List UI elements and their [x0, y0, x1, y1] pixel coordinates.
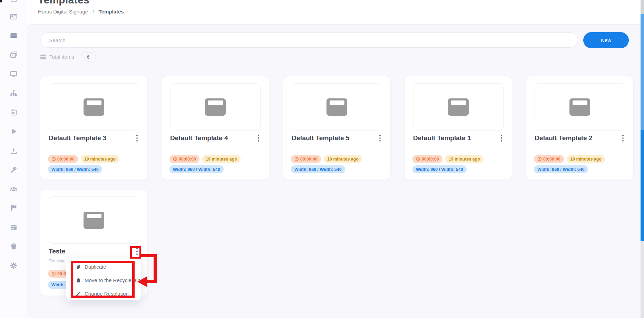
scrollbar-upper[interactable]: [641, 14, 644, 130]
duplicate-icon: [76, 264, 81, 270]
sitemap-icon[interactable]: [8, 87, 19, 98]
clock-icon: [51, 271, 56, 276]
more-options-button[interactable]: [377, 134, 383, 143]
scrollbar-track-top: [641, 0, 644, 14]
template-title[interactable]: Teste: [49, 248, 65, 255]
menu-item-change-resolution[interactable]: Change Resolution: [66, 287, 141, 300]
breadcrumb-root[interactable]: Horus Digital Signage: [38, 9, 88, 15]
template-card: Default Template 4 00:00:00 19 minutes a…: [162, 76, 269, 180]
resolution-badge: Width: 960 / Width: 540: [291, 165, 345, 173]
template-card: Default Template 3 00:00:00 19 minutes a…: [40, 76, 148, 180]
modified-badge: 19 minutes ago: [567, 155, 605, 163]
recycle-bin-icon[interactable]: [8, 241, 19, 252]
template-placeholder-icon: [448, 98, 469, 116]
duration-badge: 00:00:00: [291, 155, 321, 163]
template-thumbnail[interactable]: [413, 83, 504, 131]
resolution-badge: Width: 960 / Width: 540: [412, 165, 467, 173]
cut-off-logo: [0, 0, 2, 2]
menu-item-recycle-bin[interactable]: Move to the Recycle Bin: [66, 273, 141, 287]
total-items-count: 6: [81, 52, 96, 61]
duration-badge: 00:00:00: [412, 155, 442, 163]
template-placeholder-icon: [326, 98, 347, 116]
template-card: Default Template 2 00:00:00 19 minutes a…: [526, 76, 634, 180]
new-button[interactable]: New: [583, 32, 629, 48]
scrollbar[interactable]: [641, 0, 644, 318]
more-options-button[interactable]: [134, 134, 140, 143]
modified-badge: 19 minutes ago: [81, 155, 119, 163]
total-items-label: Total items: [49, 54, 74, 60]
page-title: Templates: [38, 0, 89, 6]
clock-icon: [537, 157, 542, 161]
trash-icon: [76, 278, 81, 283]
media-gallery-icon[interactable]: [8, 49, 19, 60]
breadcrumb: Horus Digital Signage / Templates: [38, 9, 124, 15]
modified-badge: 19 minutes ago: [324, 155, 362, 163]
templates-icon[interactable]: [8, 30, 19, 41]
breadcrumb-current: Templates: [99, 9, 124, 15]
template-placeholder-icon: [84, 212, 104, 229]
menu-item-duplicate[interactable]: Duplicate: [66, 260, 141, 273]
calendar-icon[interactable]: [8, 107, 19, 118]
template-type-label: Template: [49, 259, 66, 263]
more-options-button[interactable]: [499, 134, 504, 143]
more-options-button[interactable]: [620, 134, 626, 143]
template-thumbnail[interactable]: [49, 196, 139, 244]
flag-icon[interactable]: [8, 202, 19, 213]
pencil-icon: [76, 291, 81, 297]
card-icon[interactable]: [8, 222, 19, 233]
context-menu: Duplicate Move to the Recycle Bin Change…: [66, 258, 141, 300]
screens-icon[interactable]: [8, 68, 19, 79]
page-header: Templates Horus Digital Signage / Templa…: [27, 0, 641, 25]
news-icon[interactable]: [8, 11, 19, 22]
template-thumbnail[interactable]: [535, 83, 625, 131]
clock-icon: [416, 157, 420, 161]
template-title[interactable]: Default Template 1: [413, 134, 471, 142]
total-items-icon: [40, 55, 46, 59]
template-card: Default Template 1 00:00:00 19 minutes a…: [404, 76, 512, 180]
template-thumbnail[interactable]: [49, 83, 139, 131]
more-options-button[interactable]: [256, 134, 261, 143]
template-title[interactable]: Default Template 5: [292, 134, 350, 142]
template-placeholder-icon: [205, 98, 226, 116]
scrollbar-thumb[interactable]: [641, 130, 644, 241]
clock-icon: [294, 157, 299, 161]
template-placeholder-icon: [84, 98, 104, 116]
resolution-badge: Width: 960 / Width: 540: [169, 165, 224, 173]
modified-badge: 19 minutes ago: [202, 155, 241, 163]
template-title[interactable]: Default Template 3: [49, 134, 107, 142]
clock-icon: [51, 157, 56, 161]
more-options-button[interactable]: [134, 247, 140, 256]
sidebar: [0, 0, 27, 318]
total-items-row: Total items 6: [40, 52, 96, 61]
template-title[interactable]: Default Template 2: [535, 134, 593, 142]
resolution-badge: Width: 960 / Width: 540: [48, 165, 102, 173]
scrollbar-track-bottom: [641, 241, 644, 318]
downloads-icon[interactable]: [8, 145, 19, 156]
resolution-badge: Width: 960 / Width: 540: [534, 165, 588, 173]
template-title[interactable]: Default Template 4: [170, 134, 228, 142]
duration-badge: 00:00:00: [48, 155, 78, 163]
template-card: Default Template 5 00:00:00 19 minutes a…: [283, 76, 391, 180]
cut-off-icon[interactable]: [8, 0, 19, 4]
search-input[interactable]: [40, 32, 578, 48]
templates-page: Templates Horus Digital Signage / Templa…: [0, 0, 644, 318]
duration-badge: 00:00:00: [169, 155, 199, 163]
settings-icon[interactable]: [8, 260, 19, 271]
template-placeholder-icon: [569, 98, 590, 116]
breadcrumb-separator: /: [92, 9, 94, 15]
users-icon[interactable]: [8, 183, 19, 194]
play-icon[interactable]: [8, 126, 19, 137]
duration-badge: 00:00:00: [534, 155, 564, 163]
template-thumbnail[interactable]: [292, 83, 382, 131]
key-icon[interactable]: [8, 164, 19, 175]
modified-badge: 19 minutes ago: [445, 155, 484, 163]
clock-icon: [173, 157, 177, 161]
template-thumbnail[interactable]: [170, 83, 261, 131]
